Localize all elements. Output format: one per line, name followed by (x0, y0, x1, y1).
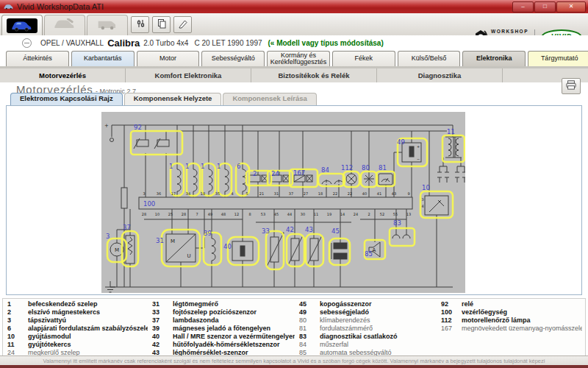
svg-text:37: 37 (123, 224, 131, 231)
svg-text:44: 44 (287, 212, 292, 216)
svg-text:18: 18 (201, 191, 205, 196)
toolbar: WORKSHOP DATA VIVID (0, 13, 588, 36)
pencil-icon (178, 18, 188, 32)
svg-text:43: 43 (305, 226, 313, 233)
legend-item-81: 81fordulatszámmérő (295, 324, 437, 332)
svg-text:3: 3 (421, 197, 423, 202)
svg-text:1: 1 (185, 163, 189, 170)
legend-item-6: 6alapjárati fordulatszám szabályzószelep (3, 324, 148, 332)
tab-kulso-belso[interactable]: Külső/Belső (398, 51, 461, 66)
subtab-diagnosztika[interactable]: Diagnosztika (377, 68, 503, 82)
circle-minus-icon[interactable] (22, 38, 32, 48)
printer-icon (565, 79, 577, 93)
svg-text:35: 35 (215, 191, 220, 196)
subtab-komfort-elektronika[interactable]: Komfort Elektronika (126, 68, 251, 82)
svg-text:53: 53 (261, 212, 265, 216)
edit-note-button[interactable] (173, 16, 192, 33)
svg-text:33: 33 (262, 227, 270, 235)
svg-text:55: 55 (393, 212, 398, 216)
main-tab-bar: ÁttekintésKarbantartásMotorSebességváltó… (0, 50, 588, 66)
subtab-biztositekok-es-relek[interactable]: Biztosítékok és Relék (251, 68, 377, 82)
legend-item-83: 83diagnosztikai csatlakozó (295, 332, 437, 340)
status-bar: Valamennyi itt említett márkanév csak re… (0, 355, 588, 366)
svg-text:42: 42 (286, 226, 294, 233)
legend-item-112: 112motorellenőrző lámpa (437, 316, 582, 324)
sliders-icon (135, 18, 146, 32)
svg-text:167: 167 (293, 169, 305, 177)
svg-text:85: 85 (365, 250, 373, 258)
svg-text:12: 12 (234, 212, 239, 216)
copy-button[interactable] (152, 16, 171, 33)
svg-text:14: 14 (340, 212, 345, 216)
svg-text:37: 37 (289, 191, 293, 196)
svg-text:21: 21 (259, 191, 264, 196)
vehicle-make: OPEL / VAUXHALL (40, 39, 104, 47)
svg-text:48: 48 (221, 212, 226, 216)
wiring-diagram[interactable]: + (101, 112, 465, 293)
svg-text:30: 30 (301, 212, 305, 216)
tab-motor[interactable]: Motor (137, 51, 200, 66)
tab-targymutato[interactable]: Tárgymutató (528, 51, 588, 66)
settings-button[interactable] (131, 16, 149, 33)
toolbar-tab-vehicle[interactable] (1, 15, 43, 35)
legend-item-45: 45kopogásszenzor (295, 300, 437, 308)
svg-text:100: 100 (143, 200, 155, 208)
svg-text:41: 41 (377, 191, 381, 196)
svg-text:3: 3 (143, 191, 145, 196)
legend-column-1: 1befecskendező szelep2elszívó mágnesteke… (3, 300, 148, 356)
svg-text:22: 22 (333, 191, 337, 196)
svg-text:40: 40 (223, 243, 232, 250)
close-button[interactable]: ✕ (556, 1, 586, 13)
svg-text:3: 3 (106, 233, 110, 240)
app-car-icon (4, 3, 13, 10)
vehicle-model: Calibra (107, 38, 140, 49)
subtab-motorvezerles[interactable]: Motorvezérlés (0, 68, 126, 82)
minimize-button[interactable]: – (512, 1, 534, 13)
svg-text:4: 4 (231, 191, 233, 196)
svg-text:31: 31 (156, 237, 164, 244)
svg-text:11: 11 (314, 212, 318, 216)
print-button[interactable] (562, 78, 581, 94)
tab-sebessegvalto[interactable]: Sebességváltó (201, 51, 265, 66)
svg-text:24: 24 (354, 212, 358, 216)
svg-text:25: 25 (168, 212, 173, 216)
svg-text:39: 39 (204, 230, 212, 237)
svg-text:45: 45 (274, 212, 279, 216)
legend-column-4: 92relé100vezérlőegység112motorellenőrző … (437, 300, 582, 356)
tab-kormany-es-kerekfelfuggesztes[interactable]: Kormány és Kerékfelfüggesztés (267, 51, 330, 66)
viewtab-elektromos-kapcsolasi-rajz[interactable]: Elektromos Kapcsolási Rajz (10, 93, 123, 105)
svg-text:8: 8 (248, 212, 251, 216)
vehicle-code: C 20 LET 1990 1997 (194, 39, 262, 47)
change-model-link[interactable]: (« Modell vagy típus módosítása) (268, 39, 384, 47)
svg-text:M: M (115, 247, 119, 253)
legend-column-3: 45kopogásszenzor49sebességjeladó80klímab… (295, 300, 437, 356)
legend-item-1: 1befecskendező szelep (3, 300, 148, 308)
svg-text:2: 2 (368, 212, 370, 216)
svg-text:49: 49 (397, 138, 405, 146)
svg-text:52: 52 (380, 212, 384, 216)
legend-item-80: 80klímaberendezés (295, 316, 437, 324)
tab-elektronika[interactable]: Elektronika (462, 51, 526, 66)
legend-item-11: 11gyújtótekercs (3, 340, 148, 348)
svg-text:17: 17 (171, 191, 176, 196)
svg-text:+: + (417, 144, 420, 149)
legend-item-33: 33fojtószelep pozíciószenzor (148, 308, 295, 316)
svg-text:1: 1 (201, 163, 204, 170)
svg-text:9: 9 (407, 191, 409, 196)
svg-text:M: M (171, 238, 175, 244)
tab-karbantartas[interactable]: Karbantartás (71, 51, 135, 66)
viewtab-komponensek-helyzete[interactable]: Komponensek Helyzete (124, 93, 222, 105)
maximize-button[interactable]: □ (534, 1, 556, 13)
tab-fekek[interactable]: Fékek (332, 51, 395, 66)
svg-text:6: 6 (237, 163, 240, 170)
svg-text:31: 31 (274, 191, 279, 196)
svg-text:84: 84 (321, 166, 329, 174)
car-icon (7, 18, 37, 33)
legend-item-39: 39mágneses jeladó a főtengelyen (148, 324, 295, 332)
svg-text:83: 83 (393, 219, 401, 227)
tab-attekintes[interactable]: Áttekintés (6, 51, 69, 66)
vehicle-bar: OPEL / VAUXHALL Calibra 2.0 Turbo 4x4 C … (0, 35, 588, 50)
title-bar: Vivid WorkshopData ATI – □ ✕ (0, 0, 588, 13)
legend-item-42: 42hűtőfolyadék-hőmérsékletszenzor (148, 340, 295, 348)
sub-tab-bar: MotorvezérlésKomfort ElektronikaBiztosít… (0, 68, 588, 83)
